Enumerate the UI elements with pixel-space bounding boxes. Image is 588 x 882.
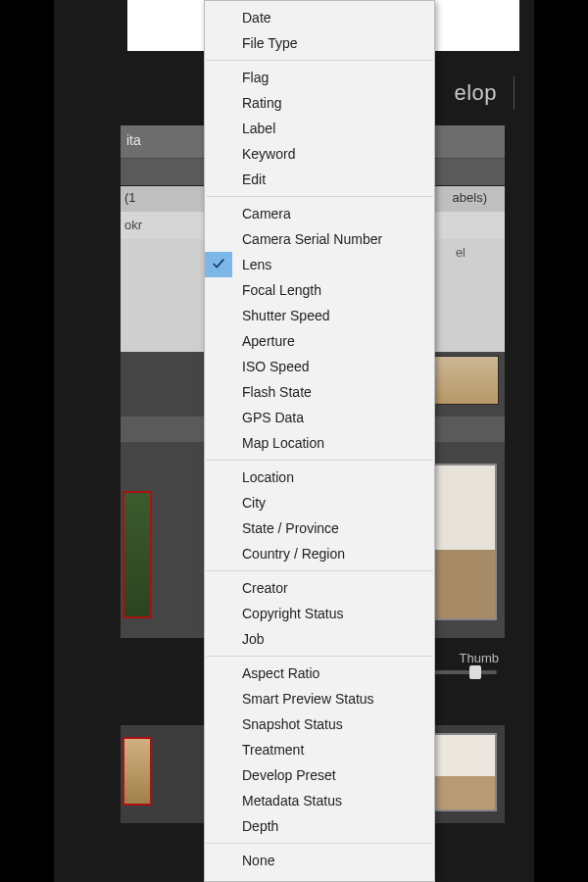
menu-item-aspect-ratio[interactable]: Aspect Ratio — [205, 661, 434, 686]
check-column — [205, 788, 232, 813]
menu-item-label: Metadata Status — [242, 793, 342, 808]
check-column — [205, 465, 232, 490]
check-column — [205, 430, 232, 456]
check-column — [205, 226, 232, 252]
menu-item-label: Focal Length — [242, 282, 321, 298]
check-column — [205, 541, 232, 566]
check-column — [205, 762, 232, 788]
menu-separator — [206, 60, 433, 61]
menu-item-label: Snapshot Status — [242, 716, 343, 732]
check-column — [205, 405, 232, 430]
menu-item-label: Job — [242, 631, 265, 647]
menu-item-develop-preset[interactable]: Develop Preset — [205, 762, 434, 788]
menu-item-location[interactable]: Location — [205, 465, 434, 490]
menu-separator — [206, 656, 433, 657]
menu-item-gps-data[interactable]: GPS Data — [205, 405, 434, 430]
menu-item-focal-length[interactable]: Focal Length — [205, 277, 434, 303]
check-column — [205, 30, 232, 56]
menu-separator — [206, 843, 433, 844]
thumbnail-size-slider-track[interactable] — [434, 670, 497, 674]
menu-item-copyright-status[interactable]: Copyright Status — [205, 601, 434, 626]
menu-item-depth[interactable]: Depth — [205, 813, 434, 839]
check-column — [205, 252, 232, 277]
check-column — [205, 601, 232, 626]
check-column — [205, 201, 232, 226]
menu-item-aperture[interactable]: Aperture — [205, 328, 434, 354]
menu-item-label: Creator — [242, 580, 288, 596]
filter-right-fragment: abels) — [453, 190, 487, 205]
menu-item-job[interactable]: Job — [205, 626, 434, 652]
menu-item-label: Treatment — [242, 742, 304, 758]
check-column — [205, 661, 232, 686]
check-column — [205, 167, 232, 192]
filter-left-fragment: (1 — [124, 190, 136, 205]
menu-item-flash-state[interactable]: Flash State — [205, 379, 434, 405]
check-column — [205, 686, 232, 711]
menu-item-iso-speed[interactable]: ISO Speed — [205, 354, 434, 379]
check-column — [205, 116, 232, 141]
menu-item-map-location[interactable]: Map Location — [205, 430, 434, 456]
panel-fragment: el — [456, 245, 466, 260]
menu-separator — [206, 460, 433, 461]
menu-item-treatment[interactable]: Treatment — [205, 737, 434, 762]
menu-separator — [206, 196, 433, 197]
check-icon — [212, 257, 225, 270]
menu-item-shutter-speed[interactable]: Shutter Speed — [205, 303, 434, 328]
menu-item-flag[interactable]: Flag — [205, 65, 434, 90]
menu-item-label: Develop Preset — [242, 767, 336, 783]
thumbnail[interactable] — [430, 356, 499, 405]
menu-item-label: Flash State — [242, 384, 312, 400]
thumbnail[interactable] — [122, 737, 152, 806]
menu-item-label: Location — [242, 469, 294, 485]
menu-item-snapshot-status[interactable]: Snapshot Status — [205, 711, 434, 737]
menu-item-label: Label — [242, 121, 275, 136]
menu-item-label: Depth — [242, 818, 278, 834]
check-column — [205, 490, 232, 515]
menu-item-camera-serial-number[interactable]: Camera Serial Number — [205, 226, 434, 252]
check-column — [205, 515, 232, 541]
menu-item-label: File Type — [242, 35, 298, 51]
check-column — [205, 737, 232, 762]
menu-item-creator[interactable]: Creator — [205, 575, 434, 601]
menu-item-label: None — [242, 853, 274, 868]
menu-item-country-region[interactable]: Country / Region — [205, 541, 434, 566]
menu-item-label: Map Location — [242, 435, 324, 451]
menu-item-lens[interactable]: Lens — [205, 252, 434, 277]
tab-develop[interactable]: elop — [454, 80, 497, 106]
menu-item-label: Shutter Speed — [242, 308, 330, 323]
menu-item-keyword[interactable]: Keyword — [205, 141, 434, 167]
check-column — [205, 379, 232, 405]
check-column — [205, 626, 232, 652]
menu-item-label: Date — [242, 10, 271, 25]
menu-item-label: Keyword — [242, 146, 295, 162]
menu-item-label: Copyright Status — [242, 606, 344, 621]
menu-item-rating[interactable]: Rating — [205, 90, 434, 116]
menu-item-city[interactable]: City — [205, 490, 434, 515]
thumbnail[interactable] — [122, 491, 152, 618]
menu-item-smart-preview-status[interactable]: Smart Preview Status — [205, 686, 434, 711]
check-column — [205, 711, 232, 737]
menu-item-date[interactable]: Date — [205, 5, 434, 30]
thumbnail-size-slider-handle[interactable] — [469, 665, 481, 679]
menu-item-none[interactable]: None — [205, 848, 434, 873]
menu-item-label[interactable]: Label — [205, 116, 434, 141]
menu-item-state-province[interactable]: State / Province — [205, 515, 434, 541]
menu-item-metadata-status[interactable]: Metadata Status — [205, 788, 434, 813]
subbar-fragment: okr — [124, 218, 142, 232]
thumbnail[interactable] — [424, 464, 497, 620]
thumbnail[interactable] — [424, 733, 497, 811]
check-column — [205, 328, 232, 354]
menu-item-label: Lens — [242, 257, 271, 272]
menu-item-label: State / Province — [242, 520, 339, 536]
check-column — [205, 90, 232, 116]
menu-item-file-type[interactable]: File Type — [205, 30, 434, 56]
menu-item-label: Aperture — [242, 333, 295, 349]
menu-item-label: ISO Speed — [242, 359, 310, 374]
check-column — [205, 65, 232, 90]
menu-item-label: Aspect Ratio — [242, 665, 319, 681]
menu-item-edit[interactable]: Edit — [205, 167, 434, 192]
menu-item-label: Camera — [242, 206, 291, 221]
menu-item-label: GPS Data — [242, 410, 304, 425]
menu-separator — [206, 570, 433, 571]
menu-item-camera[interactable]: Camera — [205, 201, 434, 226]
